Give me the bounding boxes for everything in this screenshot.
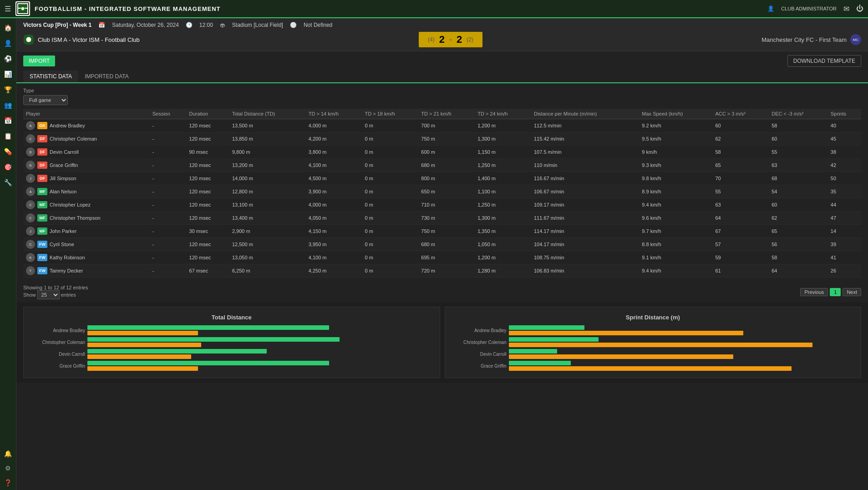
home-team-logo xyxy=(23,34,34,45)
sidebar-item-calendar[interactable]: 📅 xyxy=(1,113,15,128)
away-team: Manchester City FC - First Team MC xyxy=(761,34,861,45)
topbar: ☰ FOOTBALLISM - INTEGRATED SOFTWARE MANA… xyxy=(0,0,868,18)
sidebar-item-teams[interactable]: 👥 xyxy=(1,98,15,112)
match-time-icon: 🕐 xyxy=(186,22,193,28)
sidebar-item-help[interactable]: ❓ xyxy=(1,475,15,490)
sprints-cell: 41 xyxy=(828,251,861,264)
match-time: 12:00 xyxy=(199,22,213,28)
sprints-cell: 45 xyxy=(828,132,861,146)
notifications-icon[interactable]: ✉ xyxy=(843,5,849,13)
dec-cell: 60 xyxy=(769,132,828,146)
tab-statistic-data[interactable]: STATISTIC DATA xyxy=(23,71,78,83)
page-1-button[interactable]: 1 xyxy=(830,288,841,296)
sidebar-item-tools[interactable]: 🔧 xyxy=(1,175,15,190)
player-cell: C MF Christopher Lopez xyxy=(23,198,150,212)
chart-bar-orange xyxy=(87,366,198,371)
chart-player-label: Andrew Bradley xyxy=(452,328,507,333)
td-cell: 13,850 m xyxy=(229,132,306,146)
sidebar-item-health[interactable]: 💊 xyxy=(1,144,15,159)
td18-cell: 0 m xyxy=(362,238,419,251)
match-status: Not Defined xyxy=(304,22,332,28)
sidebar-item-stats[interactable]: 📊 xyxy=(1,67,15,81)
chart-player-label: Christopher Coleman xyxy=(30,340,85,345)
chart-bar-group xyxy=(87,349,433,359)
toolbar: IMPORT DOWNLOAD TEMPLATE xyxy=(16,51,868,71)
duration-cell: 120 msec xyxy=(187,198,229,212)
position-badge: MF xyxy=(37,188,47,195)
download-template-button[interactable]: DOWNLOAD TEMPLATE xyxy=(787,55,861,67)
sprints-cell: 14 xyxy=(828,225,861,238)
dpm-cell: 112.5 m/min xyxy=(531,119,639,132)
col-player: Player xyxy=(23,109,150,119)
player-name: Christopher Coleman xyxy=(50,136,97,141)
table-section: Type Full game First Half Second Half Pl… xyxy=(16,83,868,282)
chart-bar-orange xyxy=(509,343,812,347)
max-speed-cell: 9.1 km/h xyxy=(639,251,712,264)
position-badge: DF xyxy=(37,162,47,169)
statistic-table: Player Session Duration Total Distance (… xyxy=(23,109,861,278)
player-name: Tammy Decker xyxy=(50,268,83,273)
td24-cell: 1,300 m xyxy=(475,132,531,146)
sidebar-item-ball[interactable]: ⚽ xyxy=(1,51,15,66)
td24-cell: 1,300 m xyxy=(475,212,531,225)
show-entries-select[interactable]: 25 50 100 xyxy=(37,290,60,299)
td14-cell: 4,100 m xyxy=(306,159,362,172)
duration-cell: 30 msec xyxy=(187,225,229,238)
next-page-button[interactable]: Next xyxy=(843,288,861,296)
table-row: C FW Cyril Stone - 120 msec 12,500 m 3,9… xyxy=(23,238,861,251)
td14-cell: 4,500 m xyxy=(306,172,362,185)
dec-cell: 60 xyxy=(769,198,828,212)
max-speed-cell: 9.4 km/h xyxy=(639,264,712,278)
import-button[interactable]: IMPORT xyxy=(23,56,55,66)
show-label: Show xyxy=(23,292,36,298)
sidebar-item-clipboard[interactable]: 📋 xyxy=(1,129,15,143)
tab-imported-data[interactable]: IMPORTED DATA xyxy=(78,71,135,83)
max-speed-cell: 9.3 km/h xyxy=(639,159,712,172)
col-td24: TD > 24 km/h xyxy=(475,109,531,119)
home-team-name: Club ISM A - Victor ISM - Football Club xyxy=(38,36,140,43)
dec-cell: 62 xyxy=(769,212,828,225)
td18-cell: 0 m xyxy=(362,251,419,264)
td24-cell: 1,400 m xyxy=(475,172,531,185)
chart-row: Andrew Bradley xyxy=(30,325,433,335)
prev-page-button[interactable]: Previous xyxy=(800,288,828,296)
duration-cell: 120 msec xyxy=(187,159,229,172)
type-select[interactable]: Full game First Half Second Half xyxy=(23,95,68,105)
col-session: Session xyxy=(150,109,187,119)
acc-cell: 59 xyxy=(712,251,769,264)
col-sprints: Sprints xyxy=(828,109,861,119)
chart-row: Andrew Bradley xyxy=(452,325,854,335)
app-title: FOOTBALLISM - INTEGRATED SOFTWARE MANAGE… xyxy=(35,5,220,12)
sidebar-item-players[interactable]: 👤 xyxy=(1,36,15,51)
max-speed-cell: 9.7 km/h xyxy=(639,225,712,238)
player-avatar: A xyxy=(26,121,35,130)
sidebar-item-home[interactable]: 🏠 xyxy=(1,20,15,35)
td14-cell: 4,100 m xyxy=(306,251,362,264)
total-distance-chart: Total Distance Andrew Bradley Christophe… xyxy=(23,307,440,378)
td21-cell: 710 m xyxy=(418,198,475,212)
max-speed-cell: 9.8 km/h xyxy=(639,172,712,185)
chart-player-label: Christopher Coleman xyxy=(452,340,507,345)
player-avatar: K xyxy=(26,253,35,262)
dpm-cell: 116.67 m/min xyxy=(531,172,639,185)
sidebar-item-target[interactable]: 🎯 xyxy=(1,160,15,174)
svg-point-6 xyxy=(26,37,31,42)
menu-icon[interactable]: ☰ xyxy=(5,5,11,13)
admin-label: CLUB ADMINISTRATOR xyxy=(781,6,837,11)
sidebar-item-settings[interactable]: ⚙ xyxy=(1,461,15,475)
power-icon[interactable]: ⏻ xyxy=(856,5,863,13)
sidebar-item-trophy[interactable]: 🏆 xyxy=(1,82,15,97)
col-max-speed: Max Speed (km/h) xyxy=(639,109,712,119)
td21-cell: 730 m xyxy=(418,212,475,225)
position-badge: FW xyxy=(37,254,47,261)
session-cell: - xyxy=(150,185,187,198)
td24-cell: 1,250 m xyxy=(475,198,531,212)
sidebar-item-notifications[interactable]: 🔔 xyxy=(1,446,15,461)
chart-bar-group xyxy=(509,349,854,359)
td18-cell: 0 m xyxy=(362,264,419,278)
sprints-cell: 38 xyxy=(828,146,861,159)
td21-cell: 750 m xyxy=(418,225,475,238)
player-name: Andrew Bradley xyxy=(50,123,85,128)
td21-cell: 700 m xyxy=(418,119,475,132)
td24-cell: 1,200 m xyxy=(475,251,531,264)
